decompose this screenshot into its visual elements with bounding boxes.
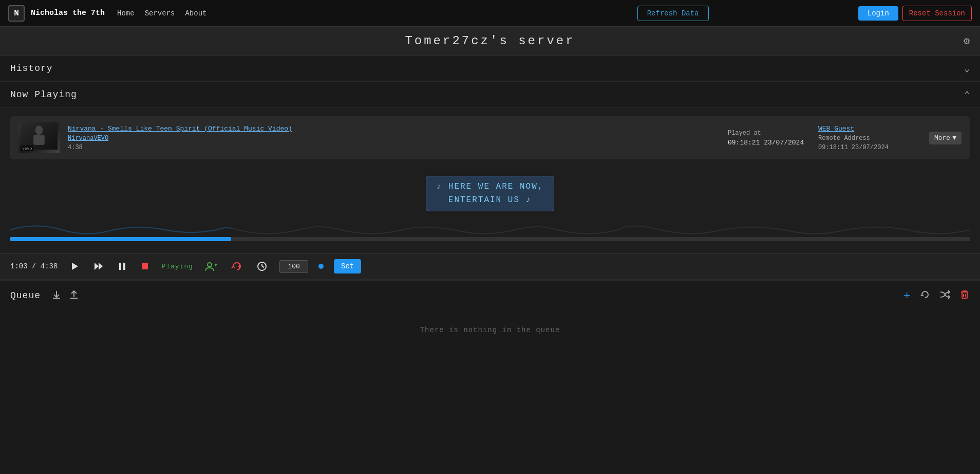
queue-header: Queue +	[0, 280, 980, 311]
svg-marker-5	[95, 263, 99, 270]
track-title[interactable]: Nirvana - Smells Like Teen Spirit (Offic…	[68, 125, 720, 133]
play-button[interactable]	[68, 260, 81, 273]
track-info: Nirvana - Smells Like Teen Spirit (Offic…	[68, 125, 720, 151]
queue-right-actions: +	[902, 288, 970, 303]
now-playing-title: Now Playing	[10, 89, 77, 100]
now-playing-chevron: ⌃	[964, 89, 970, 100]
track-user: WEB Guest Remote Address 09:18:11 23/07/…	[818, 125, 921, 151]
navbar-center: Refresh Data	[487, 6, 858, 21]
shuffle-icon	[940, 290, 950, 299]
svg-point-2	[35, 125, 43, 135]
queue-title: Queue	[10, 290, 41, 301]
more-chevron-icon: ▼	[952, 134, 956, 142]
svg-rect-8	[123, 263, 125, 270]
now-playing-content: vevo Nirvana - Smells Like Teen Spirit (…	[0, 108, 980, 253]
history-section: History ⌄	[0, 56, 980, 82]
schedule-button[interactable]	[255, 259, 269, 274]
upload-queue-button[interactable]	[68, 289, 80, 303]
fast-forward-icon	[93, 262, 104, 271]
refresh-button[interactable]: Refresh Data	[637, 6, 709, 21]
nav-servers[interactable]: Servers	[145, 9, 175, 17]
download-icon	[52, 290, 61, 299]
thumb-label: vevo	[21, 145, 33, 151]
track-thumbnail: vevo	[18, 122, 60, 153]
logo: N	[8, 5, 25, 22]
nav-links: Home Servers About	[117, 9, 487, 17]
svg-marker-4	[72, 263, 78, 270]
trash-icon	[960, 290, 969, 299]
refresh-icon	[920, 290, 930, 299]
track-duration: 4:38	[68, 144, 720, 151]
playing-status: Playing	[161, 263, 193, 270]
lyrics-line1: ♪ HERE WE ARE NOW,	[437, 182, 544, 191]
pause-icon	[118, 262, 126, 271]
navbar: N Nicholas the 7th Home Servers About Re…	[0, 0, 980, 27]
lyrics-text: ♪ HERE WE ARE NOW, ENTERTAIN US ♪	[426, 176, 555, 211]
now-playing-header[interactable]: Now Playing ⌃	[0, 82, 980, 108]
lyrics-display: ♪ HERE WE ARE NOW, ENTERTAIN US ♪	[10, 168, 970, 215]
user-address: Remote Address	[818, 135, 921, 142]
svg-point-10	[208, 263, 212, 267]
server-title: Tomer27cz's server	[405, 34, 575, 48]
stop-button[interactable]	[139, 260, 151, 272]
shuffle-button[interactable]	[939, 289, 951, 303]
add-to-queue-button[interactable]: +	[902, 288, 911, 303]
svg-rect-7	[119, 263, 121, 270]
svg-rect-9	[142, 263, 148, 269]
brand-name: Nicholas the 7th	[31, 9, 105, 17]
navbar-right: Login Reset Session	[858, 6, 972, 21]
queue-empty-message: There is nothing in the queue	[0, 311, 980, 350]
history-chevron: ⌄	[964, 63, 970, 74]
set-button[interactable]: Set	[334, 259, 361, 274]
nav-home[interactable]: Home	[117, 9, 135, 17]
controls-bar: 1:03 / 4:38 Playing	[0, 253, 980, 279]
played-at-time: 09:18:21 23/07/2024	[728, 139, 810, 147]
history-title: History	[10, 63, 53, 74]
svg-marker-6	[99, 263, 103, 270]
pause-button[interactable]	[116, 260, 128, 273]
track-meta: Played at 09:18:21 23/07/2024	[728, 130, 810, 147]
upload-icon	[69, 290, 79, 299]
retry-icon	[231, 261, 242, 271]
download-queue-button[interactable]	[51, 289, 62, 303]
stop-icon	[141, 262, 149, 270]
lyrics-line2: ENTERTAIN US ♪	[448, 195, 532, 205]
fast-forward-button[interactable]	[91, 260, 106, 273]
server-title-bar: Tomer27cz's server ⚙	[0, 27, 980, 56]
volume-input[interactable]: 100	[279, 260, 308, 273]
logo-text: N	[14, 9, 19, 18]
clear-queue-button[interactable]	[959, 289, 970, 303]
refresh-queue-button[interactable]	[919, 289, 931, 303]
more-button[interactable]: More ▼	[929, 132, 962, 144]
svg-rect-3	[33, 135, 45, 145]
retry-button[interactable]	[229, 259, 244, 274]
user-name[interactable]: WEB Guest	[818, 125, 921, 133]
queue-section: Queue +	[0, 279, 980, 350]
now-playing-section: Now Playing ⌃	[0, 82, 980, 279]
nav-about[interactable]: About	[185, 9, 206, 17]
progress-bar[interactable]	[10, 237, 970, 241]
user-time: 09:18:11 23/07/2024	[818, 144, 921, 151]
track-card: vevo Nirvana - Smells Like Teen Spirit (…	[10, 116, 970, 159]
volume-dot	[318, 264, 324, 269]
clock-icon	[257, 261, 267, 271]
login-button[interactable]: Login	[858, 6, 898, 21]
played-at-label: Played at	[728, 130, 810, 137]
settings-icon[interactable]: ⚙	[964, 34, 970, 47]
history-header[interactable]: History ⌄	[0, 56, 980, 82]
add-user-icon	[205, 262, 217, 271]
svg-rect-22	[962, 292, 967, 298]
add-user-button[interactable]	[203, 260, 219, 273]
play-icon	[70, 262, 79, 271]
track-channel[interactable]: NirvanaVEVO	[68, 135, 720, 142]
svg-line-17	[262, 266, 264, 267]
reset-session-button[interactable]: Reset Session	[902, 6, 972, 21]
time-display: 1:03 / 4:38	[10, 262, 58, 270]
progress-fill	[10, 237, 231, 241]
